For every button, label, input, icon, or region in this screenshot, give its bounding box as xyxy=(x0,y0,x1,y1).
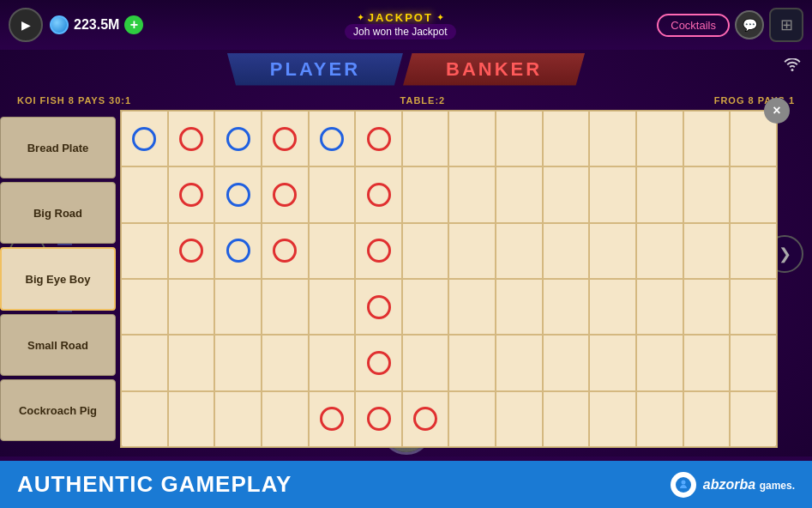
grid-cell xyxy=(262,111,309,166)
grid-cell xyxy=(683,279,731,335)
grid-cell xyxy=(262,223,309,279)
grid-cell xyxy=(448,391,496,447)
cocktails-button[interactable]: Cocktails xyxy=(657,14,730,37)
grid-cell xyxy=(683,335,731,390)
grid-cell xyxy=(121,279,168,335)
wifi-icon xyxy=(783,58,802,76)
grid-cell xyxy=(214,279,262,335)
table-info-bar: KOI FISH 8 PAYS 30:1 TABLE:2 FROG 8 PAYS… xyxy=(0,88,812,112)
coin-icon xyxy=(50,15,69,34)
grid-cell xyxy=(402,111,449,166)
grid-cell xyxy=(636,335,683,390)
add-coins-button[interactable]: + xyxy=(124,15,143,34)
grid-cell xyxy=(309,166,356,222)
player-tab: PLAYER xyxy=(227,53,403,86)
grid-cell xyxy=(589,391,636,447)
grid-cell xyxy=(589,335,636,390)
grid-cell xyxy=(636,391,683,447)
chat-button[interactable]: 💬 xyxy=(735,10,764,39)
jackpot-message: Joh won the Jackpot xyxy=(345,24,455,39)
grid-cell xyxy=(355,166,402,222)
grid-cell xyxy=(496,166,543,222)
grid-cell xyxy=(355,111,402,166)
chat-icon: 💬 xyxy=(743,18,757,32)
grid-cell xyxy=(496,111,543,166)
grid-cell xyxy=(448,279,496,335)
jackpot-area: ✦ JACKPOT ✦ Joh won the Jackpot xyxy=(143,11,657,39)
circle-blue xyxy=(226,239,250,263)
menu-item-big-eye-boy[interactable]: Big Eye Boy xyxy=(0,247,116,311)
banker-tab: BANKER xyxy=(403,53,585,86)
grid-cell xyxy=(543,279,590,335)
grid-cell xyxy=(262,335,309,390)
grid-cell xyxy=(121,335,168,390)
menu-item-cockroach-pig[interactable]: Cockroach Pig xyxy=(0,379,116,441)
abzorba-icon xyxy=(671,472,696,498)
circle-blue xyxy=(132,127,156,151)
play-icon: ▶ xyxy=(21,18,31,32)
circle-red xyxy=(367,239,391,263)
menu-item-small-road[interactable]: Small Road xyxy=(0,314,116,376)
circle-red xyxy=(367,351,391,375)
grid-cell xyxy=(730,223,777,279)
grid-cell xyxy=(214,223,262,279)
close-button[interactable]: × xyxy=(764,98,790,124)
grid-cell xyxy=(589,166,636,222)
grid-cell xyxy=(636,166,683,222)
menu-item-bread-plate[interactable]: Bread Plate xyxy=(0,117,116,178)
grid-cell xyxy=(309,223,356,279)
grid-cell xyxy=(543,166,590,222)
grid-cell xyxy=(309,279,356,335)
grid-cell xyxy=(214,391,262,447)
grid-cell xyxy=(121,111,168,166)
circle-red xyxy=(179,239,203,263)
pb-header: PLAYER BANKER xyxy=(0,50,812,88)
koi-fish-label: KOI FISH 8 PAYS 30:1 xyxy=(17,95,131,106)
cockroach-pig-label: Cockroach Pig xyxy=(19,404,97,417)
bread-plate-label: Bread Plate xyxy=(27,142,89,154)
jackpot-label: JACKPOT xyxy=(368,11,433,24)
grid-cell xyxy=(262,391,309,447)
grid-cell xyxy=(168,335,215,390)
grid-cell xyxy=(309,111,356,166)
grid-cell xyxy=(496,391,543,447)
grid-cell xyxy=(214,111,262,166)
abzorba-logo: abzorba games. xyxy=(671,472,795,498)
play-button[interactable]: ▶ xyxy=(9,8,43,42)
circle-red xyxy=(273,239,297,263)
grid-cell xyxy=(262,279,309,335)
grid-cell xyxy=(402,335,449,390)
brand-suffix: games. xyxy=(760,480,795,492)
grid-cell xyxy=(636,223,683,279)
grid-cell xyxy=(496,279,543,335)
banker-label: BANKER xyxy=(446,58,542,80)
top-bar: ▶ 223.5M + ✦ JACKPOT ✦ Joh won the Jackp… xyxy=(0,0,812,50)
grid-cell xyxy=(355,391,402,447)
jackpot-star-right: ✦ xyxy=(436,12,444,23)
grid-cell xyxy=(402,223,449,279)
grid-cell xyxy=(168,391,215,447)
grid-cell xyxy=(496,335,543,390)
menu-item-big-road[interactable]: Big Road xyxy=(0,182,116,244)
grid-cell xyxy=(214,166,262,222)
grid-cell xyxy=(448,335,496,390)
circle-red xyxy=(367,407,391,431)
grid-cell xyxy=(121,166,168,222)
circle-red xyxy=(367,127,391,151)
circle-red xyxy=(179,127,203,151)
circle-red xyxy=(320,407,344,431)
grid-cell xyxy=(543,391,590,447)
grid-cell xyxy=(121,223,168,279)
grid-cell xyxy=(589,279,636,335)
grid-cell xyxy=(543,111,590,166)
grid-cell xyxy=(683,391,731,447)
grid-button[interactable]: ⊞ xyxy=(769,8,803,42)
road-grid xyxy=(120,110,778,448)
circle-red xyxy=(273,183,297,207)
big-eye-boy-label: Big Eye Boy xyxy=(26,273,91,286)
circle-blue xyxy=(320,127,344,151)
grid-cell xyxy=(448,111,496,166)
grid-cell xyxy=(214,335,262,390)
coin-area: 223.5M + xyxy=(50,15,143,34)
grid-cell xyxy=(121,391,168,447)
